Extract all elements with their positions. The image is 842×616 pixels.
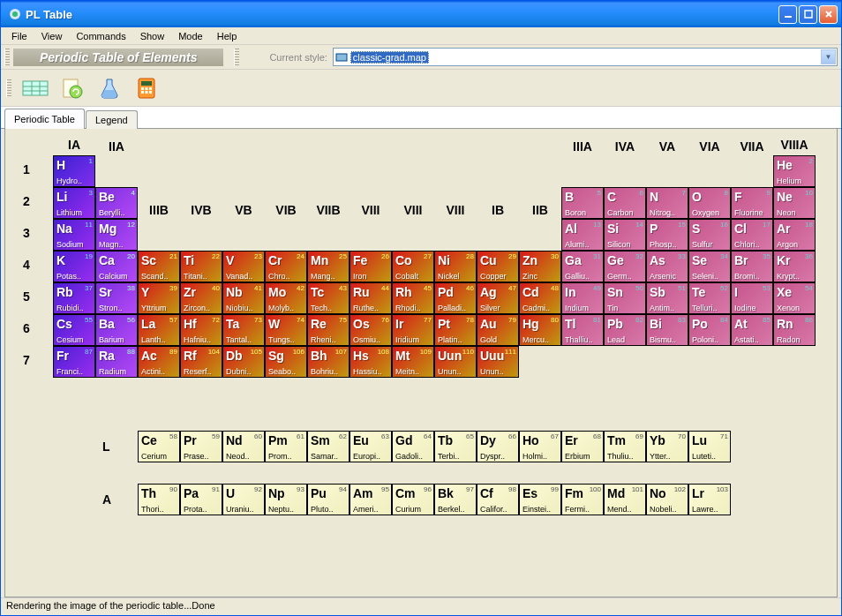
element-Rn[interactable]: 86RnRadon bbox=[773, 314, 816, 346]
element-In[interactable]: 49InIndium bbox=[561, 282, 604, 314]
element-Mg[interactable]: 12MgMagn.. bbox=[95, 219, 138, 251]
element-Au[interactable]: 79AuGold bbox=[477, 314, 519, 346]
menu-mode[interactable]: Mode bbox=[171, 29, 210, 43]
element-Pt[interactable]: 78PtPlatin.. bbox=[434, 314, 477, 346]
grip-icon[interactable] bbox=[234, 49, 239, 66]
element-Fm[interactable]: 100FmFermi.. bbox=[561, 484, 604, 515]
element-Tb[interactable]: 65TbTerbi.. bbox=[434, 431, 477, 462]
element-N[interactable]: 7NNitrog.. bbox=[646, 187, 688, 219]
element-Ac[interactable]: 89AcActini.. bbox=[138, 346, 180, 378]
element-Pa[interactable]: 91PaProta.. bbox=[180, 484, 222, 515]
element-Cu[interactable]: 29CuCopper bbox=[477, 251, 519, 282]
element-Si[interactable]: 14SiSilicon bbox=[604, 219, 646, 251]
element-Y[interactable]: 39YYttrium bbox=[138, 282, 180, 314]
element-K[interactable]: 19KPotas.. bbox=[53, 251, 95, 282]
element-Th[interactable]: 90ThThori.. bbox=[138, 484, 180, 515]
element-Br[interactable]: 35BrBromi.. bbox=[731, 251, 773, 282]
table-view-button[interactable] bbox=[19, 72, 52, 104]
element-Lr[interactable]: 103LrLawre.. bbox=[688, 484, 731, 515]
element-Cs[interactable]: 55CsCesium bbox=[53, 314, 95, 346]
element-Ge[interactable]: 32GeGerm.. bbox=[604, 251, 646, 282]
element-Os[interactable]: 76OsOsmiu.. bbox=[350, 314, 392, 346]
element-Bi[interactable]: 83BiBismu.. bbox=[646, 314, 688, 346]
element-Ho[interactable]: 67HoHolmi.. bbox=[519, 431, 561, 462]
menu-commands[interactable]: Commands bbox=[69, 29, 132, 43]
element-Lu[interactable]: 71LuLuteti.. bbox=[688, 431, 731, 462]
element-Sb[interactable]: 51SbAntim.. bbox=[646, 282, 688, 314]
element-Re[interactable]: 75ReRheni.. bbox=[307, 314, 350, 346]
element-Sg[interactable]: 106SgSeabo.. bbox=[265, 346, 307, 378]
element-Pu[interactable]: 94PuPluto.. bbox=[307, 484, 350, 515]
element-Er[interactable]: 68ErErbium bbox=[561, 431, 604, 462]
element-Xe[interactable]: 54XeXenon bbox=[773, 282, 816, 314]
element-Sn[interactable]: 50SnTin bbox=[604, 282, 646, 314]
element-Zn[interactable]: 30ZnZinc bbox=[519, 251, 561, 282]
element-Uuu[interactable]: 111UuuUnun.. bbox=[477, 346, 519, 378]
element-C[interactable]: 6CCarbon bbox=[604, 187, 646, 219]
menu-file[interactable]: File bbox=[4, 29, 34, 43]
element-Bk[interactable]: 97BkBerkel.. bbox=[434, 484, 477, 515]
element-Cl[interactable]: 17ClChlori.. bbox=[731, 219, 773, 251]
element-Be[interactable]: 4BeBerylli.. bbox=[95, 187, 138, 219]
element-Nb[interactable]: 41NbNiobiu.. bbox=[222, 282, 265, 314]
element-Cm[interactable]: 96CmCurium bbox=[392, 484, 434, 515]
element-Yb[interactable]: 70YbYtter.. bbox=[646, 431, 688, 462]
grip-icon[interactable] bbox=[6, 79, 11, 97]
element-Nd[interactable]: 60NdNeod.. bbox=[222, 431, 265, 462]
element-No[interactable]: 102NoNobeli.. bbox=[646, 484, 688, 515]
element-Hg[interactable]: 80HgMercu.. bbox=[519, 314, 561, 346]
element-Gd[interactable]: 64GdGadoli.. bbox=[392, 431, 434, 462]
element-Ba[interactable]: 56BaBarium bbox=[95, 314, 138, 346]
element-Pr[interactable]: 59PrPrase.. bbox=[180, 431, 222, 462]
grip-icon[interactable] bbox=[4, 49, 10, 66]
element-Co[interactable]: 27CoCobalt bbox=[392, 251, 434, 282]
element-Pb[interactable]: 82PbLead bbox=[604, 314, 646, 346]
element-Li[interactable]: 3LiLithium bbox=[53, 187, 95, 219]
element-Cr[interactable]: 24CrChro.. bbox=[265, 251, 307, 282]
element-Es[interactable]: 99EsEinstei.. bbox=[519, 484, 561, 515]
menu-view[interactable]: View bbox=[34, 29, 70, 43]
element-Pm[interactable]: 61PmProm.. bbox=[265, 431, 307, 462]
menu-show[interactable]: Show bbox=[133, 29, 172, 43]
element-La[interactable]: 57LaLanth.. bbox=[138, 314, 180, 346]
element-Db[interactable]: 105DbDubni.. bbox=[222, 346, 265, 378]
element-Ar[interactable]: 18ArArgon bbox=[773, 219, 816, 251]
element-Mn[interactable]: 25MnMang.. bbox=[307, 251, 350, 282]
refresh-button[interactable] bbox=[56, 72, 89, 104]
element-Ti[interactable]: 22TiTitani.. bbox=[180, 251, 222, 282]
element-Ca[interactable]: 20CaCalcium bbox=[95, 251, 138, 282]
menu-help[interactable]: Help bbox=[210, 29, 244, 43]
element-Ra[interactable]: 88RaRadium bbox=[95, 346, 138, 378]
tab-periodic-table[interactable]: Periodic Table bbox=[4, 109, 85, 129]
close-button[interactable] bbox=[819, 5, 838, 24]
element-Uun[interactable]: 110UunUnun.. bbox=[434, 346, 477, 378]
element-He[interactable]: 2HeHelium bbox=[773, 155, 816, 187]
element-Tm[interactable]: 69TmThuliu.. bbox=[604, 431, 646, 462]
element-Ag[interactable]: 47AgSilver bbox=[477, 282, 519, 314]
element-Ce[interactable]: 58CeCerium bbox=[138, 431, 180, 462]
element-At[interactable]: 85AtAstati.. bbox=[731, 314, 773, 346]
element-Sc[interactable]: 21ScScand.. bbox=[138, 251, 180, 282]
element-Rf[interactable]: 104RfReserf.. bbox=[180, 346, 222, 378]
element-Ru[interactable]: 44RuRuthe.. bbox=[350, 282, 392, 314]
element-Cf[interactable]: 98CfCalifor.. bbox=[477, 484, 519, 515]
element-Ga[interactable]: 31GaGalliu.. bbox=[561, 251, 604, 282]
element-I[interactable]: 53IIodine bbox=[731, 282, 773, 314]
element-Fr[interactable]: 87FrFranci.. bbox=[53, 346, 95, 378]
element-Pd[interactable]: 46PdPalladi.. bbox=[434, 282, 477, 314]
style-dropdown[interactable]: classic-grad.map ▼ bbox=[333, 48, 838, 66]
element-Md[interactable]: 101MdMend.. bbox=[604, 484, 646, 515]
element-Zr[interactable]: 40ZrZircon.. bbox=[180, 282, 222, 314]
element-Hf[interactable]: 72HfHafniu.. bbox=[180, 314, 222, 346]
element-S[interactable]: 16SSulfur bbox=[688, 219, 731, 251]
element-Bh[interactable]: 107BhBohriu.. bbox=[307, 346, 350, 378]
element-Ta[interactable]: 73TaTantal.. bbox=[222, 314, 265, 346]
calculator-button[interactable] bbox=[130, 72, 163, 104]
maximize-button[interactable] bbox=[799, 5, 817, 24]
element-Ne[interactable]: 10NeNeon bbox=[773, 187, 816, 219]
element-O[interactable]: 8OOxygen bbox=[688, 187, 731, 219]
element-Tc[interactable]: 43TcTech.. bbox=[307, 282, 350, 314]
element-Fe[interactable]: 26FeIron bbox=[350, 251, 392, 282]
element-Cd[interactable]: 48CdCadmi.. bbox=[519, 282, 561, 314]
tab-legend[interactable]: Legend bbox=[86, 110, 138, 129]
